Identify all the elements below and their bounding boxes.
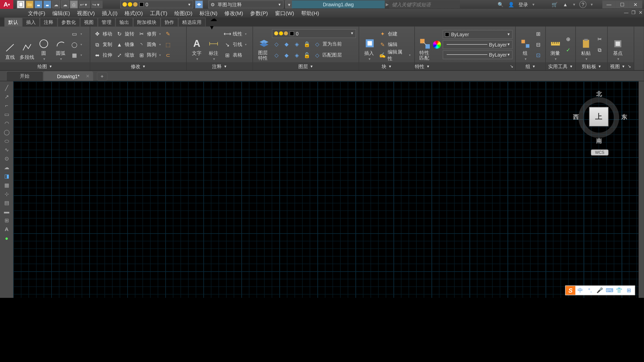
panel-modify-title[interactable]: 修改▼: [90, 62, 186, 70]
copy-button[interactable]: ⧉复制: [93, 39, 113, 49]
wcs-badge[interactable]: WCS: [591, 149, 609, 156]
scale-button[interactable]: ⤢缩放: [115, 50, 135, 60]
util-tool-2[interactable]: ✓: [564, 45, 573, 55]
save-button[interactable]: [34, 1, 43, 9]
close-button[interactable]: ✕: [629, 1, 642, 9]
menu-draw[interactable]: 绘图(D): [171, 9, 196, 18]
table-button[interactable]: ⊞表格: [223, 50, 248, 60]
base-view-button[interactable]: 基点▼: [610, 28, 625, 61]
ribbon-tab-manage[interactable]: 管理: [98, 18, 115, 26]
dimension-button[interactable]: 标注▼: [206, 28, 221, 61]
lt-region-icon[interactable]: ▬: [3, 208, 11, 216]
color-wheel-icon[interactable]: [433, 40, 441, 49]
lt-spline-icon[interactable]: ∿: [3, 146, 11, 154]
group-tool-3[interactable]: ⊡: [534, 50, 543, 60]
ime-skin-button[interactable]: 👕: [614, 286, 624, 295]
circle-button[interactable]: 圆▼: [36, 28, 51, 61]
doc-restore-button[interactable]: ❐: [630, 9, 637, 16]
panel-draw-title[interactable]: 绘图▼: [0, 62, 90, 70]
ribbon-layer-dropdown[interactable]: 0 ▼: [272, 29, 356, 38]
panel-layers-title[interactable]: 图层▼: [253, 62, 359, 70]
lt-line-icon[interactable]: ╱: [3, 84, 11, 92]
viewcube-top-face[interactable]: 上: [589, 107, 609, 126]
layer-tool-8[interactable]: 🔓: [302, 50, 311, 60]
offset-button[interactable]: ⊂: [164, 50, 172, 60]
menu-window[interactable]: 窗口(W): [271, 9, 298, 18]
maximize-button[interactable]: ☐: [616, 1, 629, 9]
ime-logo-icon[interactable]: S: [566, 286, 575, 295]
lt-arc-icon[interactable]: ◠: [3, 119, 11, 127]
panel-group-title[interactable]: 组▼: [516, 62, 545, 70]
cut-button[interactable]: ✂: [595, 34, 604, 44]
menu-format[interactable]: 格式(O): [121, 9, 146, 18]
cloud-open-button[interactable]: ☁: [52, 1, 60, 9]
lt-rect-icon[interactable]: ▭: [3, 111, 11, 119]
new-file-button[interactable]: [17, 1, 25, 9]
lt-point-icon[interactable]: ⊙: [3, 155, 11, 163]
menu-help[interactable]: 帮助(H): [298, 9, 323, 18]
redo-button[interactable]: ↪ ▾: [91, 1, 103, 9]
viewcube-west-label[interactable]: 西: [573, 113, 579, 121]
ribbon-tab-more[interactable]: ☁▾: [210, 19, 219, 26]
panel-utils-title[interactable]: 实用工具▼: [546, 62, 575, 70]
linear-dim-button[interactable]: ⟷线性▾: [223, 29, 248, 39]
rectangle-button[interactable]: ▭▾: [70, 29, 83, 39]
insert-block-button[interactable]: 插入▼: [362, 28, 376, 61]
ribbon-tab-view[interactable]: 视图: [80, 18, 98, 26]
lt-table-icon[interactable]: ⊞: [3, 216, 11, 224]
layer-tool-1[interactable]: ◇: [272, 39, 281, 49]
open-file-button[interactable]: [26, 1, 34, 9]
layer-properties-button[interactable]: 图层 特性: [256, 28, 270, 61]
ellipse-button[interactable]: ◯▾: [70, 39, 83, 49]
explode-button[interactable]: ⬚: [164, 39, 172, 49]
user-icon[interactable]: 👤: [508, 1, 515, 8]
ime-lang-button[interactable]: 中: [575, 286, 585, 295]
ribbon-tab-collab[interactable]: 协作: [160, 18, 178, 26]
workspace-dropdown[interactable]: ⚙ 草图与注释 ▼: [208, 1, 284, 9]
ribbon-tab-featured[interactable]: 精选应用: [178, 18, 206, 26]
paste-button[interactable]: 粘贴▼: [578, 28, 593, 61]
layer-tool-6[interactable]: ◆: [282, 50, 291, 60]
text-button[interactable]: A文字▼: [189, 28, 204, 61]
layer-tool-7[interactable]: ◈: [292, 50, 301, 60]
move-button[interactable]: ✥移动: [93, 29, 113, 39]
lineweight-dropdown[interactable]: ByLayer▼: [443, 40, 513, 49]
ribbon-tab-parametric[interactable]: 参数化: [58, 18, 80, 26]
undo-button[interactable]: ↩ ▾: [79, 1, 90, 9]
leader-button[interactable]: ↘引线▾: [223, 39, 248, 49]
viewcube-east-label[interactable]: 东: [621, 113, 627, 121]
group-tool-2[interactable]: ⊟: [534, 39, 543, 49]
lt-cloud-icon[interactable]: ☁: [3, 163, 11, 171]
stretch-button[interactable]: ⬌拉伸: [93, 50, 113, 60]
ribbon-tab-insert[interactable]: 插入: [22, 18, 40, 26]
close-icon[interactable]: ✕: [86, 74, 89, 79]
ime-punct-button[interactable]: °,: [585, 286, 595, 295]
arc-button[interactable]: 圆弧▼: [53, 28, 68, 61]
search-input[interactable]: 键入关键字或短语: [389, 1, 460, 9]
panel-props-title[interactable]: 特性▼↘: [415, 62, 515, 70]
util-tool-1[interactable]: ⊕: [564, 34, 573, 44]
lt-gradient-icon[interactable]: ▤: [3, 199, 11, 207]
panel-view-title[interactable]: 视图▼↘: [608, 62, 634, 70]
new-tab-button[interactable]: +: [97, 72, 107, 81]
exchange-button[interactable]: 🛒: [551, 1, 558, 8]
app-store-button[interactable]: ▲: [562, 1, 569, 8]
color-dropdown[interactable]: ByLayer▼: [443, 30, 513, 39]
layer-tool-5[interactable]: ◇: [272, 50, 281, 60]
lt-align-icon[interactable]: ⊹: [3, 190, 11, 198]
lt-circle-icon[interactable]: ◯: [3, 128, 11, 136]
viewcube[interactable]: 上 北 南 西 东 WCS: [572, 86, 625, 148]
login-label[interactable]: 登录: [518, 1, 528, 8]
menu-modify[interactable]: 修改(M): [221, 9, 247, 18]
lt-block-icon[interactable]: ◨: [3, 172, 11, 180]
ime-keyboard-button[interactable]: ⌨: [605, 286, 614, 295]
menu-tools[interactable]: 工具(T): [146, 9, 171, 18]
tab-start[interactable]: 开始: [6, 71, 44, 81]
layer-tool-4[interactable]: 🔒: [302, 39, 311, 49]
match-layer-button[interactable]: ◇匹配图层: [313, 50, 343, 60]
ribbon-tab-default[interactable]: 默认: [5, 18, 22, 26]
create-block-button[interactable]: ✦创建: [378, 29, 412, 39]
cloud-save-button[interactable]: ☁: [61, 1, 69, 9]
doc-close-button[interactable]: ✕: [637, 9, 644, 16]
layer-tool-2[interactable]: ◆: [282, 39, 291, 49]
